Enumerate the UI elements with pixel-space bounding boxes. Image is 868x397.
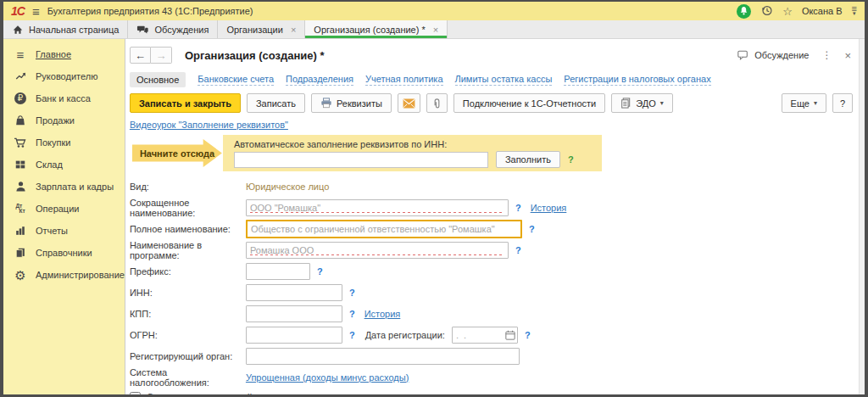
- save-close-button[interactable]: Записать и закрыть: [130, 93, 241, 113]
- save-button[interactable]: Записать: [247, 93, 305, 113]
- calendar-button[interactable]: [504, 329, 516, 341]
- inn-autofill-input[interactable]: [234, 152, 488, 168]
- help-icon[interactable]: ?: [515, 203, 521, 213]
- program-name-label: Наименование в программе:: [130, 240, 246, 260]
- kind-label: Вид:: [130, 182, 246, 192]
- tab-departments[interactable]: Подразделения: [286, 74, 353, 86]
- favorites-star-icon[interactable]: ☆: [782, 5, 793, 18]
- dt-kt-icon: ДтКт: [13, 204, 28, 214]
- video-tutorial-link[interactable]: Видеоурок "Заполнение реквизитов": [130, 120, 288, 130]
- edo-button[interactable]: ЭДО ▾: [611, 93, 673, 113]
- history-button[interactable]: [760, 4, 773, 19]
- short-name-input[interactable]: [246, 199, 509, 216]
- close-tab-icon[interactable]: ×: [433, 25, 438, 35]
- envelope-icon: [403, 98, 415, 109]
- kind-value[interactable]: Юридическое лицо: [246, 182, 329, 192]
- kpp-input[interactable]: [246, 305, 342, 322]
- sidebar-item-sales[interactable]: Продажи: [3, 109, 125, 131]
- tax-system-row: Система налогообложения: Упрощенная (дох…: [130, 366, 853, 388]
- sidebar-item-warehouse[interactable]: Склад: [3, 154, 125, 176]
- tab-organizations[interactable]: Организации ×: [218, 20, 305, 38]
- service-menu-button[interactable]: ≡▾: [852, 7, 857, 15]
- sidebar-item-main[interactable]: ≡ Главное: [3, 43, 125, 65]
- short-name-label: Сокращенное наименование:: [130, 198, 246, 218]
- tab-cash-limits[interactable]: Лимиты остатка кассы: [455, 74, 553, 86]
- attachment-button[interactable]: [426, 93, 448, 113]
- help-icon[interactable]: ?: [529, 224, 535, 234]
- edo-doc-icon: [620, 98, 632, 109]
- tax-system-label: Система налогообложения:: [130, 367, 246, 388]
- tab-bank-accounts[interactable]: Банковские счета: [198, 74, 274, 86]
- sidebar-item-bank-cash[interactable]: ₽ Банк и касса: [3, 87, 125, 109]
- open-windows-tabbar: Начальная страница Обсуждения Организаци…: [3, 20, 865, 39]
- reg-authority-input[interactable]: [246, 348, 520, 365]
- printer-icon: [320, 98, 332, 109]
- help-icon[interactable]: ?: [349, 288, 355, 298]
- person-icon: [13, 181, 28, 193]
- gear-icon: ⚙: [13, 269, 28, 282]
- scrollbar[interactable]: [859, 39, 865, 394]
- prefix-input[interactable]: [246, 263, 310, 280]
- tab-discussions[interactable]: Обсуждения: [128, 20, 218, 38]
- kpp-history-link[interactable]: История: [364, 309, 401, 319]
- ogrn-input[interactable]: [246, 327, 342, 344]
- boxes-grid-icon: [13, 159, 28, 171]
- sidebar-item-purchases[interactable]: Покупки: [3, 131, 125, 154]
- full-name-input[interactable]: [246, 220, 522, 238]
- sidebar-item-reports[interactable]: Отчеты: [3, 220, 125, 242]
- tab-accounting-policy[interactable]: Учетная политика: [365, 74, 442, 86]
- title-bar: 1С ≡ Бухгалтерия предприятия 43 (1С:Пред…: [3, 2, 865, 20]
- help-icon[interactable]: ?: [525, 330, 531, 340]
- help-button[interactable]: ?: [832, 93, 853, 113]
- fill-button[interactable]: Заполнить: [496, 151, 560, 168]
- kind-row: Вид: Юридическое лицо: [130, 176, 853, 197]
- home-icon: [12, 24, 24, 36]
- foreign-branch-checkbox[interactable]: [130, 392, 141, 395]
- requisites-button[interactable]: Реквизиты: [311, 93, 392, 113]
- sidebar-item-directories[interactable]: Справочники: [3, 242, 125, 264]
- close-icon[interactable]: ×: [844, 49, 851, 62]
- tab-home[interactable]: Начальная страница: [3, 20, 128, 38]
- sidebar-item-operations[interactable]: ДтКт Операции: [3, 198, 125, 220]
- chat-bubble-icon: [737, 49, 749, 61]
- program-name-input[interactable]: [246, 242, 509, 259]
- user-name[interactable]: Оксана В: [802, 6, 843, 16]
- notifications-button[interactable]: [737, 4, 751, 19]
- close-tab-icon[interactable]: ×: [291, 25, 296, 35]
- email-button[interactable]: [398, 93, 420, 113]
- chat-bubbles-icon: [136, 24, 149, 36]
- connect-1c-reporting-button[interactable]: Подключение к 1С-Отчетности: [453, 93, 605, 113]
- shopping-bag-icon: [13, 115, 28, 126]
- window-frame: 1С ≡ Бухгалтерия предприятия 43 (1С:Пред…: [0, 0, 868, 397]
- help-icon[interactable]: ?: [515, 245, 521, 255]
- sidebar-item-administration[interactable]: ⚙ Администрирование: [3, 264, 125, 286]
- help-icon[interactable]: ?: [568, 154, 574, 165]
- inn-input[interactable]: [246, 284, 342, 301]
- bell-icon: [739, 6, 748, 16]
- sidebar-item-manager[interactable]: Руководителю: [3, 65, 125, 87]
- ogrn-label: ОГРН:: [130, 330, 246, 340]
- tab-organization-create[interactable]: Организация (создание) * ×: [305, 20, 448, 38]
- bar-chart-icon: [13, 225, 28, 237]
- full-name-row: Полное наименование: ?: [130, 218, 853, 239]
- discussion-button[interactable]: Обсуждение: [737, 49, 809, 61]
- help-icon[interactable]: ?: [349, 309, 355, 319]
- more-button[interactable]: Еще ▾: [782, 93, 826, 113]
- help-icon[interactable]: ?: [317, 266, 323, 277]
- tab-tax-registrations[interactable]: Регистрации в налоговых органах: [564, 74, 710, 86]
- more-menu-icon[interactable]: ⋮: [821, 49, 832, 61]
- main-menu-icon[interactable]: ≡: [32, 5, 40, 18]
- trend-arrow-icon: [13, 70, 28, 82]
- short-name-history-link[interactable]: История: [531, 203, 567, 213]
- kpp-label: КПП:: [130, 309, 246, 319]
- back-button[interactable]: ←: [130, 47, 151, 64]
- sidebar-item-salary-hr[interactable]: Зарплата и кадры: [3, 176, 125, 198]
- ruble-circle-icon: ₽: [13, 92, 28, 104]
- help-icon[interactable]: ?: [349, 330, 355, 340]
- forward-button[interactable]: →: [151, 47, 172, 64]
- reg-authority-row: Регистрирующий орган:: [130, 345, 853, 366]
- tax-system-link[interactable]: Упрощенная (доходы минус расходы): [246, 372, 409, 383]
- form-area: ← → Организация (создание) * Обсуждение …: [125, 39, 865, 394]
- cart-icon: [13, 137, 28, 148]
- tab-main[interactable]: Основное: [130, 72, 186, 87]
